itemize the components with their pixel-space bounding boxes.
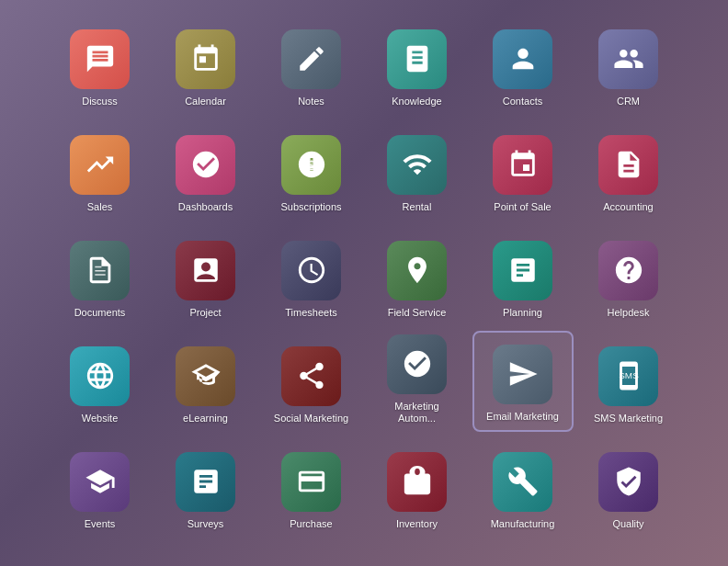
app-item-events[interactable]: Events (50, 436, 151, 538)
app-item-quality[interactable]: Quality (578, 436, 679, 538)
app-label-purchase: Purchase (290, 518, 332, 530)
app-item-manufacturing[interactable]: Manufacturing (472, 436, 574, 538)
app-item-marketing-auto[interactable]: Marketing Autom... (367, 331, 468, 432)
app-icon-elearning (176, 346, 235, 406)
app-label-helpdesk: Helpdesk (608, 307, 650, 319)
app-icon-surveys (176, 452, 235, 512)
app-icon-timesheets (281, 241, 341, 300)
app-item-rental[interactable]: Rental (367, 119, 468, 221)
app-label-accounting: Accounting (603, 201, 653, 213)
app-icon-project (176, 241, 235, 300)
app-icon-crm (598, 29, 658, 89)
app-label-dashboards: Dashboards (178, 201, 233, 213)
app-icon-rental (387, 135, 447, 195)
app-icon-quality (598, 452, 658, 512)
app-item-website[interactable]: Website (50, 331, 151, 432)
app-label-sms-marketing: SMS Marketing (594, 413, 663, 424)
app-item-planning[interactable]: Planning (472, 225, 574, 326)
app-item-knowledge[interactable]: Knowledge (367, 14, 468, 115)
app-icon-notes (281, 29, 341, 89)
app-icon-dashboards (176, 135, 235, 195)
app-item-crm[interactable]: CRM (578, 14, 679, 115)
app-item-purchase[interactable]: Purchase (261, 436, 362, 538)
app-item-field-service[interactable]: Field Service (367, 225, 468, 326)
app-icon-sales (70, 135, 130, 195)
app-item-calendar[interactable]: Calendar (155, 14, 256, 115)
app-item-discuss[interactable]: Discuss (50, 14, 151, 115)
app-grid: DiscussCalendarNotesKnowledgeContactsCRM… (50, 14, 679, 566)
app-label-social-marketing: Social Marketing (274, 413, 348, 424)
app-item-point-of-sale[interactable]: Point of Sale (472, 119, 574, 221)
app-icon-knowledge (387, 29, 447, 89)
app-label-project: Project (189, 307, 221, 319)
app-icon-inventory (387, 452, 447, 512)
app-label-manufacturing: Manufacturing (491, 518, 555, 530)
app-label-notes: Notes (298, 96, 324, 108)
app-label-knowledge: Knowledge (392, 96, 441, 108)
app-item-sms-marketing[interactable]: SMSSMS Marketing (578, 331, 679, 432)
app-item-accounting[interactable]: Accounting (578, 119, 679, 221)
app-label-events: Events (85, 518, 116, 530)
app-item-dashboards[interactable]: Dashboards (155, 119, 256, 221)
app-icon-field-service (387, 241, 447, 300)
app-label-contacts: Contacts (503, 96, 542, 108)
app-item-surveys[interactable]: Surveys (155, 436, 256, 538)
app-item-inventory[interactable]: Inventory (367, 436, 468, 538)
app-item-project[interactable]: Project (155, 225, 256, 326)
app-item-contacts[interactable]: Contacts (472, 14, 574, 115)
app-label-calendar: Calendar (185, 96, 226, 108)
app-icon-planning (493, 241, 552, 300)
app-item-app32[interactable] (155, 542, 256, 566)
app-item-documents[interactable]: Documents (50, 225, 151, 326)
app-item-elearning[interactable]: eLearning (155, 331, 256, 432)
app-icon-subscriptions: $ (281, 135, 341, 195)
app-item-app31[interactable] (50, 542, 151, 566)
app-label-timesheets: Timesheets (285, 307, 336, 319)
app-label-website: Website (82, 413, 119, 424)
app-label-subscriptions: Subscriptions (280, 201, 341, 213)
app-item-sales[interactable]: Sales (50, 119, 151, 221)
app-icon-email-marketing (493, 345, 552, 404)
app-label-marketing-auto: Marketing Autom... (376, 401, 459, 424)
app-icon-contacts (493, 29, 552, 89)
svg-text:$: $ (308, 158, 315, 173)
app-item-app36[interactable] (578, 542, 679, 566)
app-item-helpdesk[interactable]: Helpdesk (578, 225, 679, 326)
app-item-subscriptions[interactable]: $Subscriptions (261, 119, 362, 221)
app-label-point-of-sale: Point of Sale (494, 201, 551, 213)
app-label-inventory: Inventory (396, 518, 438, 530)
app-icon-marketing-auto (387, 334, 447, 394)
svg-text:SMS: SMS (619, 370, 639, 380)
app-label-crm: CRM (617, 96, 640, 108)
app-icon-website (70, 346, 130, 406)
app-icon-purchase (281, 452, 341, 512)
app-item-app35[interactable] (472, 542, 574, 566)
app-label-sales: Sales (87, 201, 113, 213)
app-label-field-service: Field Service (388, 307, 447, 319)
app-item-app33[interactable] (261, 542, 362, 566)
app-label-elearning: eLearning (183, 413, 228, 424)
app-label-discuss: Discuss (82, 96, 118, 108)
app-item-app34[interactable] (367, 542, 468, 566)
app-icon-accounting (598, 135, 658, 195)
app-item-timesheets[interactable]: Timesheets (261, 225, 362, 326)
app-icon-events (70, 452, 130, 512)
app-icon-documents (70, 241, 130, 300)
app-label-planning: Planning (503, 307, 542, 319)
app-item-social-marketing[interactable]: Social Marketing (261, 331, 362, 432)
app-label-surveys: Surveys (188, 518, 224, 530)
app-label-rental: Rental (403, 201, 432, 213)
app-label-documents: Documents (74, 307, 126, 319)
app-label-quality: Quality (612, 518, 643, 530)
app-icon-social-marketing (281, 346, 341, 406)
app-icon-point-of-sale (493, 135, 552, 195)
app-item-notes[interactable]: Notes (261, 14, 362, 115)
app-icon-sms-marketing: SMS (598, 346, 658, 406)
app-icon-calendar (176, 29, 235, 89)
app-icon-helpdesk (598, 241, 658, 300)
app-icon-manufacturing (493, 452, 552, 512)
app-icon-discuss (70, 29, 130, 89)
app-label-email-marketing: Email Marketing (486, 411, 559, 423)
app-item-email-marketing[interactable]: Email Marketing (472, 331, 574, 432)
